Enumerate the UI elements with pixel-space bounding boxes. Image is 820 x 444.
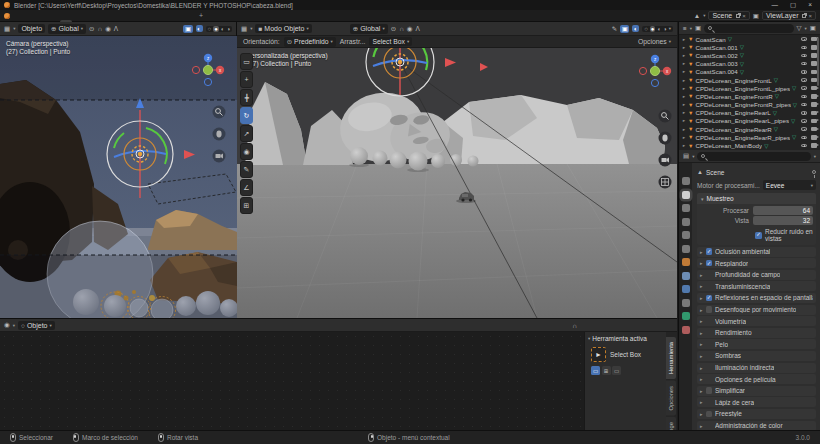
pivot-icon[interactable]: ⊙ [391,25,396,33]
panel-checkbox[interactable] [706,411,713,418]
properties-tab[interactable] [682,299,690,307]
hide-eye-icon[interactable] [801,119,807,123]
outliner-item[interactable]: ► ▼ CPDeLorean_MainBody ▽ [679,141,820,149]
select-new-icon[interactable]: ▭ [591,366,600,375]
properties-panel[interactable]: ▸ Opciones de película [697,374,816,384]
outliner-item[interactable]: ► ▼ CoastScan.004 ▽ [679,68,820,76]
select-subtract-icon[interactable]: ▭ [612,366,621,375]
properties-panel[interactable]: ▸ Transluminiscencia [697,281,816,291]
mode-dropdown[interactable]: ■ Modo Objeto ▾ [255,24,311,33]
disable-render-icon[interactable] [811,94,817,99]
overlays-icon[interactable]: ▣ [620,25,629,33]
disclosure-icon[interactable]: ► [682,94,686,99]
disable-render-icon[interactable] [811,143,817,148]
filter-funnel-icon[interactable]: ▽ [797,24,802,32]
outliner-item[interactable]: ► ▼ CPDeLorean_EngineFrontR_pipes ▽ [679,101,820,109]
tool-button[interactable]: ↗ [240,125,253,142]
overlays-icon[interactable]: ▣ [183,25,192,33]
hide-eye-icon[interactable] [801,70,807,74]
outliner-item[interactable]: ► ▼ CoastScan.001 ▽ [679,43,820,51]
shading-mode-group[interactable]: ○ ● ◐ ◑ ▾ [642,26,673,32]
rendered-shading-icon[interactable]: ◑ [226,26,230,32]
expand-arrow-icon[interactable]: ▸ [700,341,703,347]
display-mode-icon[interactable]: ≡ [683,25,687,32]
editor-type-icon[interactable]: ▦ [4,25,10,33]
properties-panel[interactable]: ▸ Sombras [697,351,816,361]
gizmos-icon[interactable]: ◐ [196,25,203,32]
properties-panel[interactable]: ▸ Simplificar [697,386,816,396]
tool-button[interactable]: ⊞ [240,197,253,214]
properties-tab[interactable] [682,204,690,212]
disclosure-icon[interactable]: ► [682,102,686,107]
expand-arrow-icon[interactable]: ▸ [700,272,703,278]
mode-pill[interactable]: Objeto [18,24,45,33]
tool-button[interactable]: ◉ [240,143,253,160]
sidebar-tab[interactable]: Herramienta [666,337,676,379]
editor-type-icon[interactable]: ◉ [4,321,10,329]
select-extend-icon[interactable]: ⊞ [602,366,611,375]
disclosure-icon[interactable]: ► [682,127,686,132]
properties-panel[interactable]: ▸ Profundidad de campo [697,270,816,280]
disclosure-icon[interactable]: ► [682,61,686,66]
properties-tab[interactable] [682,191,690,199]
expand-arrow-icon[interactable]: ▸ [700,283,703,289]
properties-tab[interactable] [682,326,690,334]
tool-button[interactable]: ▭ [240,53,253,70]
disclosure-icon[interactable]: ► [682,69,686,74]
outliner-item[interactable]: ► ▼ CPDeLorean_EngineFrontL ▽ [679,76,820,84]
outliner-item[interactable]: ► ▼ CPDeLorean_EngineRearR ▽ [679,125,820,133]
editor-type-caret[interactable]: ▾ [250,26,252,31]
annotate-overlay-icon[interactable]: ✎ [612,25,617,33]
select-box-tool-icon[interactable]: ► [591,347,606,362]
wireframe-shading-icon[interactable]: ○ [208,26,212,32]
properties-panel[interactable]: ▸ Pelo [697,339,816,349]
sampling-panel-header[interactable]: ▾ Muestreo [697,193,816,204]
properties-panel[interactable]: ▸ Lápiz de cera [697,397,816,407]
properties-tab[interactable] [682,245,690,253]
hide-eye-icon[interactable] [801,78,807,82]
outliner[interactable]: ≡ ▾ ▣ ▽ ▾ ▣ ► ▼ CoastScan ▽ ► ▼ CoastSca… [678,22,820,150]
material-shading-icon[interactable]: ◐ [221,26,225,32]
falloff-icon[interactable]: Λ [415,25,419,32]
outliner-item[interactable]: ► ▼ CPDeLorean_EngineRearL ▽ [679,109,820,117]
outliner-item[interactable]: ► ▼ CPDeLorean_EngineFrontL_pipes ▽ [679,84,820,92]
remove-viewlayer-icon[interactable]: × [808,13,812,19]
rendered-shading-icon[interactable]: ◑ [663,26,667,32]
viewlayer-selector[interactable]: ViewLayer × [762,11,816,20]
hide-eye-icon[interactable] [801,144,807,148]
disclosure-icon[interactable]: ► [682,78,686,83]
material-shading-icon[interactable]: ◐ [657,26,661,32]
expand-arrow-icon[interactable]: ▸ [700,295,703,301]
properties-tab[interactable] [682,218,690,226]
active-tool-panel-header[interactable]: ▾ Herramienta activa [588,335,663,342]
new-scene-icon[interactable] [736,14,740,18]
expand-arrow-icon[interactable]: ▸ [700,353,703,359]
panel-checkbox[interactable] [706,260,713,267]
disable-render-icon[interactable] [811,111,817,116]
hide-eye-icon[interactable] [801,136,807,140]
tool-button[interactable]: ↻ [240,107,253,124]
disclosure-icon[interactable]: ► [682,45,686,50]
expand-arrow-icon[interactable]: ▸ [700,411,703,417]
snap-magnet-icon[interactable]: ∩ [572,322,577,329]
pin-icon[interactable] [812,170,816,174]
proportional-edit-icon[interactable]: ◉ [407,25,413,33]
properties-panel[interactable]: ▸ Volumetría [697,316,816,326]
filter-collection-icon[interactable]: ▣ [695,24,701,32]
blender-menu-icon[interactable] [4,13,10,19]
pivot-icon[interactable]: ⊙ [89,25,94,33]
main-viewport[interactable]: ▦ ▾ ■ Modo Objeto ▾ ⊕ Global ▾ ⊙ ∩ ◉ Λ ✎… [237,22,677,318]
viewport-nav-buttons-cam[interactable] [213,106,226,163]
properties-panel[interactable]: ▸ Desenfoque por movimiento [697,305,816,315]
scene-dropdown-caret[interactable]: ▾ [703,13,705,18]
properties-panel[interactable]: ▸ Reflexiones en espacio de pantalla [697,293,816,303]
maximize-button[interactable]: ▢ [790,1,796,9]
snap-magnet-icon[interactable]: ∩ [97,25,102,32]
outliner-item[interactable]: ► ▼ CoastScan ▽ [679,35,820,43]
tool-button[interactable]: + [240,71,253,88]
disable-render-icon[interactable] [811,135,817,140]
disclosure-icon[interactable]: ► [682,143,686,148]
disclosure-icon[interactable]: ► [682,53,686,58]
panel-checkbox[interactable] [706,295,713,302]
properties-panel[interactable]: ▸ Oclusión ambiental [697,247,816,257]
